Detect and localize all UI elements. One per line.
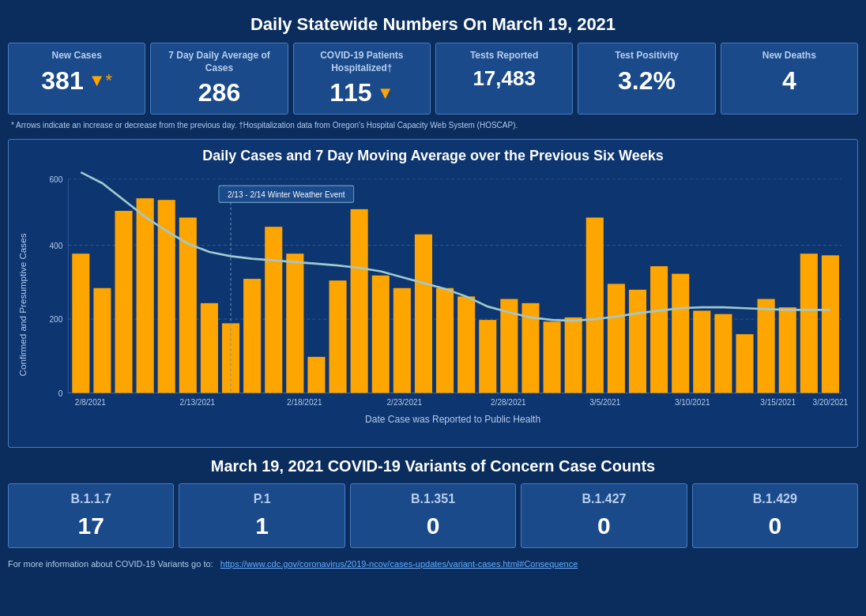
svg-text:3/5/2021: 3/5/2021 <box>589 398 620 407</box>
variant-card-b1427: B.1.427 0 <box>521 483 687 548</box>
svg-rect-11 <box>72 254 89 393</box>
variant-value-b1427: 0 <box>529 513 678 539</box>
stat-card-tests-reported: Tests Reported 17,483 <box>435 43 573 115</box>
stat-card-new-cases: New Cases 381 ▼* <box>8 43 145 115</box>
svg-rect-41 <box>714 314 732 393</box>
svg-rect-26 <box>393 288 411 393</box>
svg-rect-37 <box>629 290 646 393</box>
svg-rect-24 <box>351 209 368 393</box>
footer-link[interactable]: https://www.cdc.gov/coronavirus/2019-nco… <box>220 559 578 569</box>
variant-label-b1427: B.1.427 <box>529 492 678 506</box>
svg-text:Confirmed and Presumptive Case: Confirmed and Presumptive Cases <box>18 233 28 376</box>
svg-text:600: 600 <box>49 175 62 184</box>
stat-value-test-positivity: 3.2% <box>618 66 676 96</box>
variants-row: B.1.1.7 17 P.1 1 B.1.351 0 B.1.427 0 B.1… <box>8 483 858 548</box>
svg-rect-20 <box>265 227 282 393</box>
main-title: Daily Statewide Numbers On March 19, 202… <box>8 8 858 43</box>
stat-value-hospitalized: 115 <box>329 78 371 107</box>
svg-rect-15 <box>158 200 175 393</box>
svg-rect-23 <box>329 280 347 393</box>
stat-label-7day-avg: 7 Day Daily Average of Cases <box>159 50 279 74</box>
variant-card-p1: P.1 1 <box>179 483 345 548</box>
svg-text:2/28/2021: 2/28/2021 <box>491 398 526 407</box>
stat-card-new-deaths: New Deaths 4 <box>721 43 858 115</box>
svg-rect-14 <box>137 198 154 393</box>
svg-text:2/13/2021: 2/13/2021 <box>180 398 216 407</box>
footer: For more information about COVID-19 Vari… <box>8 556 858 572</box>
variant-value-b1429: 0 <box>701 513 849 539</box>
variant-label-p1: P.1 <box>187 492 336 506</box>
svg-rect-27 <box>415 235 432 393</box>
chart-section: Daily Cases and 7 Day Moving Average ove… <box>8 139 858 448</box>
svg-text:3/10/2021: 3/10/2021 <box>675 398 710 407</box>
svg-rect-25 <box>372 276 390 393</box>
svg-rect-43 <box>758 299 775 393</box>
stats-row: New Cases 381 ▼* 7 Day Daily Average of … <box>8 43 858 115</box>
svg-rect-40 <box>693 311 710 393</box>
variant-value-p1: 1 <box>187 513 336 539</box>
svg-rect-36 <box>608 284 625 393</box>
footer-text: For more information about COVID-19 Vari… <box>8 559 213 569</box>
svg-text:200: 200 <box>49 315 62 324</box>
svg-rect-39 <box>672 274 689 393</box>
chart-title: Daily Cases and 7 Day Moving Average ove… <box>17 148 849 164</box>
svg-rect-19 <box>243 279 261 393</box>
svg-text:0: 0 <box>58 389 63 398</box>
stat-label-new-deaths: New Deaths <box>729 50 849 62</box>
stat-label-new-cases: New Cases <box>17 50 137 62</box>
stat-card-test-positivity: Test Positivity 3.2% <box>578 43 715 115</box>
stat-label-hospitalized: COVID-19 Patients Hospitalized† <box>302 50 422 74</box>
chart-container: 0 200 400 600 Confirmed and Presumptive … <box>17 171 849 439</box>
svg-rect-30 <box>479 320 496 393</box>
variant-label-b117: B.1.1.7 <box>17 492 165 506</box>
svg-rect-44 <box>779 307 796 393</box>
svg-rect-38 <box>650 266 668 393</box>
variant-label-b1429: B.1.429 <box>701 492 849 506</box>
svg-rect-45 <box>800 254 818 393</box>
svg-text:3/15/2021: 3/15/2021 <box>760 398 796 407</box>
svg-rect-42 <box>736 334 753 393</box>
variant-card-b1429: B.1.429 0 <box>692 483 858 548</box>
svg-text:Date Case was Reported to Publ: Date Case was Reported to Public Health <box>365 414 540 425</box>
svg-rect-28 <box>436 288 454 393</box>
variants-title: March 19, 2021 COVID-19 Variants of Conc… <box>8 457 858 475</box>
svg-rect-33 <box>544 321 561 393</box>
svg-rect-12 <box>93 288 111 393</box>
stat-card-hospitalized: COVID-19 Patients Hospitalized† 115 ▼ <box>293 43 431 115</box>
svg-rect-34 <box>565 317 582 393</box>
stat-value-new-cases: 381 <box>41 66 83 96</box>
stat-value-new-deaths: 4 <box>782 66 796 96</box>
stat-label-test-positivity: Test Positivity <box>586 50 706 62</box>
svg-rect-21 <box>286 254 303 393</box>
variant-label-b1351: B.1.351 <box>359 492 507 506</box>
svg-rect-22 <box>307 357 325 393</box>
variant-card-b117: B.1.1.7 17 <box>8 483 174 548</box>
svg-rect-46 <box>822 256 839 393</box>
variant-card-b1351: B.1.351 0 <box>350 483 516 548</box>
variant-value-b117: 17 <box>17 513 165 539</box>
footnote: * Arrows indicate an increase or decreas… <box>8 119 858 131</box>
svg-text:2/8/2021: 2/8/2021 <box>75 398 106 407</box>
svg-rect-17 <box>201 303 218 393</box>
svg-text:400: 400 <box>49 242 62 250</box>
arrow-down-hospitalized: ▼ <box>377 83 394 103</box>
svg-text:2/13 - 2/14 Winter Weather Eve: 2/13 - 2/14 Winter Weather Event <box>228 190 345 199</box>
svg-rect-29 <box>457 297 475 393</box>
stat-value-tests-reported: 17,483 <box>473 66 536 91</box>
chart-svg: 0 200 400 600 Confirmed and Presumptive … <box>17 171 849 439</box>
svg-text:3/20/2021: 3/20/2021 <box>813 398 849 407</box>
svg-text:2/18/2021: 2/18/2021 <box>287 398 322 407</box>
svg-rect-13 <box>115 211 132 393</box>
variant-value-b1351: 0 <box>359 513 507 539</box>
svg-text:2/23/2021: 2/23/2021 <box>387 398 423 407</box>
stat-card-7day-avg: 7 Day Daily Average of Cases 286 <box>150 43 288 115</box>
stat-value-7day-avg: 286 <box>198 78 240 107</box>
stat-label-tests-reported: Tests Reported <box>444 50 564 62</box>
arrow-down-new-cases: ▼* <box>88 70 112 91</box>
svg-rect-35 <box>586 218 604 393</box>
